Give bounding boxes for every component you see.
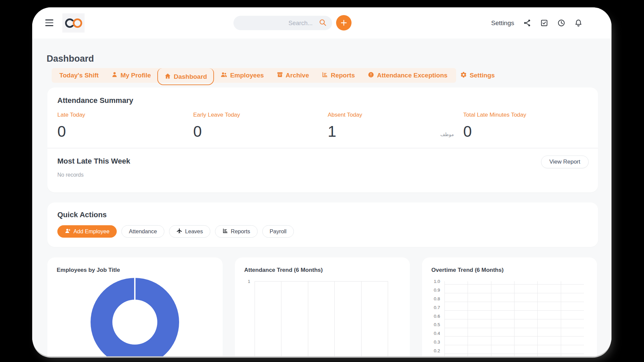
- tab-my-profile[interactable]: My Profile: [105, 68, 157, 83]
- tab-attendance-exceptions[interactable]: Attendance Exceptions: [361, 68, 454, 83]
- checkbox-icon[interactable]: [540, 19, 548, 27]
- charts-row: Employees by Job Title Attendance Trend …: [47, 257, 598, 356]
- most-late-empty-text: No records: [57, 172, 84, 178]
- section-divider: [47, 148, 598, 148]
- stat-value: 0: [193, 122, 202, 140]
- tab-reports[interactable]: Reports: [315, 68, 361, 83]
- attendance-trend-card: Attendance Trend (6 Months) 1: [235, 257, 410, 356]
- person-plus-icon: [65, 228, 71, 235]
- y-axis-tick: 0.2: [422, 348, 440, 353]
- add-button[interactable]: [336, 15, 352, 31]
- attendance-summary-card: Attendance Summary Late Today 0 Early Le…: [47, 87, 598, 192]
- y-axis-tick: 0.8: [422, 296, 440, 301]
- quick-actions-row: Add Employee Attendance Leaves Reports P…: [57, 225, 294, 238]
- clock-icon[interactable]: [557, 19, 566, 27]
- app-window: Search... Settings Dashboard: [32, 7, 611, 356]
- y-axis-tick: 0.5: [422, 322, 440, 327]
- stat-value: 1: [328, 122, 336, 140]
- plane-icon: [176, 228, 182, 235]
- settings-label[interactable]: Settings: [491, 19, 514, 27]
- y-axis-tick: 1: [235, 279, 250, 284]
- bar-chart-icon: [322, 71, 328, 79]
- line-chart-plot-area: [444, 281, 584, 356]
- payroll-button[interactable]: Payroll: [262, 225, 294, 238]
- y-axis-tick: 0.6: [422, 314, 440, 319]
- y-axis-tick: 0.4: [422, 331, 440, 336]
- y-axis-tick: 0.3: [422, 340, 440, 345]
- archive-icon: [277, 71, 283, 79]
- tab-todays-shift[interactable]: Today's Shift: [53, 68, 105, 83]
- y-axis-tick: 0.7: [422, 305, 440, 310]
- y-axis-tick: 1.0: [422, 279, 440, 284]
- tab-bar: Today's Shift My Profile Dashboard Emplo…: [52, 68, 456, 83]
- search-placeholder: Search...: [288, 19, 313, 26]
- line-chart-plot-area: [255, 281, 388, 356]
- most-late-title: Most Late This Week: [57, 157, 130, 166]
- attendance-button[interactable]: Attendance: [121, 225, 164, 238]
- app-logo: [62, 13, 85, 33]
- person-icon: [111, 71, 118, 79]
- chart-title: Overtime Trend (6 Months): [431, 267, 503, 274]
- add-employee-button[interactable]: Add Employee: [57, 225, 117, 238]
- search-icon[interactable]: [319, 18, 327, 28]
- menu-icon[interactable]: [45, 19, 53, 26]
- reports-button[interactable]: Reports: [215, 225, 258, 238]
- logo-o-ring: [73, 18, 82, 28]
- tab-settings[interactable]: Settings: [454, 68, 501, 83]
- chart-title: Attendance Trend (6 Months): [244, 267, 323, 274]
- alert-icon: [368, 71, 374, 80]
- gear-icon: [460, 71, 467, 80]
- attendance-summary-title: Attendance Summary: [57, 96, 133, 105]
- leaves-button[interactable]: Leaves: [169, 225, 210, 238]
- doughnut-chart: [91, 278, 179, 356]
- top-bar: Search... Settings: [32, 7, 611, 39]
- doughnut-segment-gap: [134, 278, 136, 300]
- top-right-actions: Settings: [491, 7, 583, 39]
- quick-actions-card: Quick Actions Add Employee Attendance Le…: [47, 202, 598, 247]
- users-icon: [220, 71, 227, 80]
- home-icon: [164, 73, 171, 81]
- chart-title: Employees by Job Title: [57, 267, 120, 274]
- quick-actions-title: Quick Actions: [57, 210, 107, 219]
- doughnut-hole: [112, 300, 157, 345]
- stat-value: 0: [57, 122, 66, 140]
- stat-value: 0: [463, 122, 472, 140]
- tab-employees[interactable]: Employees: [214, 68, 270, 83]
- employees-by-job-title-card: Employees by Job Title: [47, 257, 223, 356]
- tab-archive[interactable]: Archive: [270, 68, 316, 83]
- overtime-trend-card: Overtime Trend (6 Months) 1.0 0.9 0.8 0.…: [422, 257, 597, 356]
- bar-chart-icon: [222, 228, 228, 235]
- view-report-button[interactable]: View Report: [541, 156, 589, 168]
- page-title: Dashboard: [47, 54, 94, 64]
- stat-note-arabic: موظف: [440, 132, 454, 137]
- y-axis-tick: 0.9: [422, 288, 440, 293]
- search-input[interactable]: Search...: [233, 16, 332, 30]
- share-icon[interactable]: [523, 19, 531, 27]
- tab-dashboard[interactable]: Dashboard: [157, 68, 214, 85]
- bell-icon[interactable]: [574, 19, 583, 27]
